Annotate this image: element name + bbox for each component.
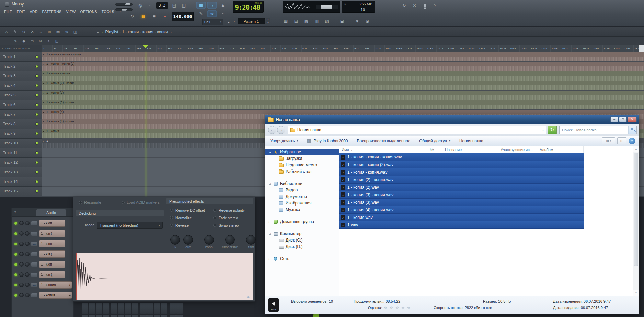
sidebar-item-drive[interactable]: Диск (C:) (265, 237, 339, 244)
delete-icon[interactable]: ⊘ (21, 28, 27, 35)
track-led[interactable] (35, 132, 38, 135)
sidebar-item-favorites[interactable]: ◢ ★ Избранное (265, 149, 339, 155)
sidebar-item[interactable]: Видео (265, 187, 339, 193)
sidebar-item[interactable]: Музыка (265, 207, 339, 213)
step-cell[interactable] (103, 303, 109, 314)
effect-toggle[interactable]: Normalize (170, 215, 205, 220)
channel-pan-knob[interactable] (19, 221, 24, 225)
cell-selector[interactable]: Cell ▾ (202, 19, 223, 25)
forward-button[interactable]: → (277, 126, 285, 134)
master-pitch-thumb[interactable] (122, 9, 127, 11)
search-box[interactable]: Поиск: Новая папка (559, 126, 637, 134)
column-header[interactable]: Альбом (537, 146, 584, 153)
expander-icon[interactable]: ◢ (269, 149, 271, 155)
menu-tools[interactable]: TOOLS (102, 10, 114, 14)
file-row[interactable]: ♪ 1 - копия (4) - копия.wav (339, 206, 584, 214)
toolbar-slider-thumb[interactable] (321, 5, 332, 9)
menu-patterns[interactable]: PATTERNS (42, 10, 62, 14)
step-cell[interactable] (118, 315, 124, 317)
channel-volume-knob[interactable] (25, 221, 30, 225)
file-row[interactable]: ♪ 1 - копия (2).wav (339, 184, 584, 191)
track-led[interactable] (35, 65, 38, 68)
clip-play-icon[interactable]: ▸ (43, 100, 44, 105)
track-lane[interactable]: ▸1 - копия (2) (42, 91, 644, 100)
clip-play-icon[interactable]: ▸ (43, 62, 44, 66)
step-cell[interactable] (103, 315, 109, 317)
column-header[interactable]: № (427, 146, 442, 153)
channel-volume-knob[interactable] (25, 242, 30, 246)
track-led[interactable] (35, 151, 38, 154)
step-cell[interactable] (132, 303, 138, 314)
step-cell[interactable] (140, 315, 147, 317)
audio-clip[interactable]: ▸1 - копия (2) - копия (42, 81, 644, 90)
column-header[interactable]: Название (442, 146, 498, 153)
clip-play-icon[interactable]: ▸ (43, 139, 44, 143)
sidebar-item-drive[interactable]: Диск (D:) (265, 244, 339, 250)
out-knob[interactable] (183, 235, 193, 245)
channel-rack-window-icon[interactable]: ▩ (302, 18, 311, 24)
step-cell[interactable] (140, 303, 147, 314)
status-rating[interactable]: Оценка:☆ ☆ ☆ ☆ ☆ (368, 306, 411, 310)
sidebar-item[interactable]: Документы (265, 193, 339, 200)
step-cell[interactable] (96, 303, 102, 314)
audio-clip[interactable]: ▸1 - копия - копия (42, 71, 644, 80)
menu-options[interactable]: OPTIONS (80, 10, 97, 14)
track-name-cell[interactable]: Track 7 (0, 110, 42, 119)
track-led[interactable] (35, 161, 38, 164)
channel-target-display[interactable]: … (31, 293, 37, 297)
channel-target-display[interactable]: … (31, 283, 37, 287)
channel-button[interactable]: ◂▸1 - к.оп (39, 261, 65, 268)
new-folder-button[interactable]: Новая папка (459, 139, 483, 143)
track-led[interactable] (35, 190, 38, 193)
channel-enable-led[interactable] (14, 222, 17, 225)
channel-button[interactable]: ◂▸1 - копия (39, 292, 72, 299)
track-name-cell[interactable]: Track 15 (0, 187, 42, 196)
channel-button[interactable]: ◂▸1 - к.я ( (39, 230, 65, 237)
playlist-title[interactable]: Playlist - 1 - копия - копия - копия (105, 30, 168, 34)
audio-clip[interactable]: ▸1 - копия (2) (42, 91, 644, 99)
file-row[interactable]: ♪ 1 - копия.wav (339, 214, 584, 221)
master-volume-thumb[interactable] (125, 3, 130, 5)
track-name-cell[interactable]: Track 3 (0, 71, 42, 81)
step-cell[interactable] (147, 315, 153, 317)
channel-pan-knob[interactable] (19, 262, 24, 267)
project-info-icon[interactable]: ▣ (338, 18, 346, 24)
step-cell[interactable] (89, 303, 95, 314)
link-icon[interactable]: ∞ (207, 10, 217, 17)
zoom-icon[interactable]: ⊕ (64, 28, 70, 35)
channel-target-display[interactable]: … (31, 273, 37, 277)
channel-volume-knob[interactable] (25, 283, 30, 287)
sample-waveform-view[interactable]: 32 (76, 253, 253, 300)
audio-clip[interactable]: ▸1 - копия - копия (2) (42, 62, 644, 71)
rating-stars-icon[interactable]: ☆ ☆ ☆ ☆ ☆ (384, 306, 411, 310)
typing-keyboard-icon[interactable]: ▦ (196, 2, 206, 9)
channel-target-display[interactable]: … (31, 252, 37, 256)
channel-enable-led[interactable] (14, 253, 17, 256)
master-pitch-slider[interactable] (115, 8, 133, 11)
preview-pane-button[interactable]: ◫ (617, 137, 626, 144)
track-lane[interactable]: ▸1 - копия (3) - копия (42, 100, 644, 110)
track-name-cell[interactable]: Track 10 (0, 139, 42, 148)
playlist-ruler[interactable]: Z-CROSS ⊙ STRETCH ⊙ 13365971291611932252… (0, 45, 644, 52)
draw-tool-icon[interactable]: ✎ (12, 38, 19, 44)
track-led[interactable] (35, 142, 38, 145)
effect-toggle[interactable]: Swap stereo (213, 223, 245, 227)
mixer-window-icon[interactable]: ▥ (312, 18, 321, 24)
file-row[interactable]: ♪ 1 - копия - копия - копия.wav (339, 153, 584, 161)
menu-file[interactable]: FILE (4, 10, 12, 14)
channel-target-display[interactable]: … (31, 262, 37, 267)
step-cell[interactable] (82, 303, 88, 314)
back-button[interactable]: ← (268, 126, 276, 134)
pattern-down-icon[interactable]: ▾ (266, 21, 270, 24)
mode-dropdown[interactable]: Transient (no bleeding) ▾ (97, 222, 163, 229)
track-name-cell[interactable]: Track 9 (0, 129, 42, 139)
file-row[interactable]: ♪ 1 - копия (3) - копия.wav (339, 191, 584, 199)
channel-target-display[interactable]: … (31, 232, 37, 236)
pattern-display[interactable]: Pattern 1 (238, 18, 265, 24)
rack-menu-icon[interactable]: ▾ (14, 210, 16, 214)
step-cell[interactable] (170, 315, 176, 317)
step-cell[interactable] (82, 315, 88, 317)
channel-pan-knob[interactable] (19, 293, 24, 297)
track-led[interactable] (35, 113, 38, 116)
wave-tool-icon[interactable]: ≈ (146, 2, 154, 9)
